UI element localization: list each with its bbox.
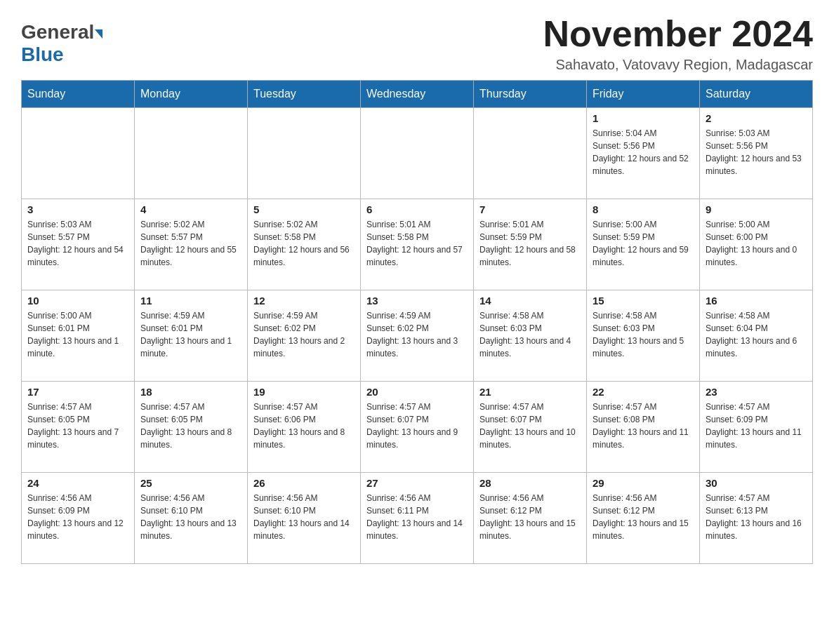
calendar-cell: 11Sunrise: 4:59 AMSunset: 6:01 PMDayligh… — [135, 290, 248, 382]
day-info: Sunrise: 5:01 AMSunset: 5:59 PMDaylight:… — [479, 218, 581, 269]
calendar-table: SundayMondayTuesdayWednesdayThursdayFrid… — [21, 80, 813, 564]
page-header: General Blue November 2024 Sahavato, Vat… — [21, 14, 813, 73]
day-number: 25 — [140, 477, 241, 489]
calendar-header-tuesday: Tuesday — [248, 81, 361, 108]
day-number: 2 — [706, 112, 807, 124]
calendar-cell: 19Sunrise: 4:57 AMSunset: 6:06 PMDayligh… — [248, 382, 361, 473]
day-number: 17 — [27, 386, 128, 398]
day-info: Sunrise: 5:02 AMSunset: 5:58 PMDaylight:… — [253, 218, 355, 269]
calendar-cell: 25Sunrise: 4:56 AMSunset: 6:10 PMDayligh… — [135, 473, 248, 564]
day-info: Sunrise: 4:57 AMSunset: 6:07 PMDaylight:… — [479, 401, 581, 451]
calendar-week-row: 10Sunrise: 5:00 AMSunset: 6:01 PMDayligh… — [22, 290, 813, 382]
day-info: Sunrise: 5:00 AMSunset: 5:59 PMDaylight:… — [593, 218, 694, 269]
day-info: Sunrise: 5:01 AMSunset: 5:58 PMDaylight:… — [366, 218, 468, 269]
calendar-cell: 5Sunrise: 5:02 AMSunset: 5:58 PMDaylight… — [248, 199, 361, 290]
calendar-cell: 30Sunrise: 4:57 AMSunset: 6:13 PMDayligh… — [700, 473, 813, 564]
day-info: Sunrise: 4:57 AMSunset: 6:07 PMDaylight:… — [366, 401, 468, 451]
day-info: Sunrise: 4:57 AMSunset: 6:09 PMDaylight:… — [706, 401, 807, 451]
day-number: 14 — [479, 295, 581, 307]
calendar-cell: 24Sunrise: 4:56 AMSunset: 6:09 PMDayligh… — [22, 473, 135, 564]
day-number: 23 — [706, 386, 807, 398]
calendar-week-row: 24Sunrise: 4:56 AMSunset: 6:09 PMDayligh… — [22, 473, 813, 564]
day-info: Sunrise: 5:00 AMSunset: 6:01 PMDaylight:… — [27, 309, 128, 360]
calendar-cell: 18Sunrise: 4:57 AMSunset: 6:05 PMDayligh… — [135, 382, 248, 473]
calendar-week-row: 1Sunrise: 5:04 AMSunset: 5:56 PMDaylight… — [22, 108, 813, 199]
day-info: Sunrise: 4:56 AMSunset: 6:10 PMDaylight:… — [140, 492, 241, 542]
day-info: Sunrise: 4:56 AMSunset: 6:12 PMDaylight:… — [479, 492, 581, 542]
calendar-week-row: 3Sunrise: 5:03 AMSunset: 5:57 PMDaylight… — [22, 199, 813, 290]
day-info: Sunrise: 4:56 AMSunset: 6:11 PMDaylight:… — [366, 492, 468, 542]
calendar-week-row: 17Sunrise: 4:57 AMSunset: 6:05 PMDayligh… — [22, 382, 813, 473]
logo-blue-text: Blue — [21, 43, 64, 65]
calendar-header-thursday: Thursday — [474, 81, 587, 108]
calendar-cell — [248, 108, 361, 199]
calendar-cell: 17Sunrise: 4:57 AMSunset: 6:05 PMDayligh… — [22, 382, 135, 473]
calendar-cell: 14Sunrise: 4:58 AMSunset: 6:03 PMDayligh… — [474, 290, 587, 382]
day-number: 30 — [706, 477, 807, 489]
day-number: 21 — [479, 386, 581, 398]
calendar-header-row: SundayMondayTuesdayWednesdayThursdayFrid… — [22, 81, 813, 108]
day-number: 5 — [253, 203, 355, 215]
day-number: 19 — [253, 386, 355, 398]
day-number: 1 — [593, 112, 694, 124]
day-number: 16 — [706, 295, 807, 307]
day-info: Sunrise: 4:56 AMSunset: 6:10 PMDaylight:… — [253, 492, 355, 542]
calendar-cell: 28Sunrise: 4:56 AMSunset: 6:12 PMDayligh… — [474, 473, 587, 564]
day-info: Sunrise: 5:02 AMSunset: 5:57 PMDaylight:… — [140, 218, 241, 269]
calendar-cell: 9Sunrise: 5:00 AMSunset: 6:00 PMDaylight… — [700, 199, 813, 290]
calendar-cell: 22Sunrise: 4:57 AMSunset: 6:08 PMDayligh… — [587, 382, 700, 473]
day-number: 26 — [253, 477, 355, 489]
calendar-cell: 3Sunrise: 5:03 AMSunset: 5:57 PMDaylight… — [22, 199, 135, 290]
calendar-cell: 26Sunrise: 4:56 AMSunset: 6:10 PMDayligh… — [248, 473, 361, 564]
day-info: Sunrise: 4:57 AMSunset: 6:13 PMDaylight:… — [706, 492, 807, 542]
calendar-cell: 4Sunrise: 5:02 AMSunset: 5:57 PMDaylight… — [135, 199, 248, 290]
calendar-header-wednesday: Wednesday — [361, 81, 474, 108]
day-number: 10 — [27, 295, 128, 307]
calendar-cell: 2Sunrise: 5:03 AMSunset: 5:56 PMDaylight… — [700, 108, 813, 199]
calendar-cell: 7Sunrise: 5:01 AMSunset: 5:59 PMDaylight… — [474, 199, 587, 290]
calendar-cell: 15Sunrise: 4:58 AMSunset: 6:03 PMDayligh… — [587, 290, 700, 382]
calendar-cell: 29Sunrise: 4:56 AMSunset: 6:12 PMDayligh… — [587, 473, 700, 564]
day-info: Sunrise: 4:57 AMSunset: 6:05 PMDaylight:… — [27, 401, 128, 451]
day-number: 8 — [593, 203, 694, 215]
day-info: Sunrise: 4:56 AMSunset: 6:12 PMDaylight:… — [593, 492, 694, 542]
day-number: 13 — [366, 295, 468, 307]
day-info: Sunrise: 5:03 AMSunset: 5:57 PMDaylight:… — [27, 218, 128, 269]
day-info: Sunrise: 4:56 AMSunset: 6:09 PMDaylight:… — [27, 492, 128, 542]
day-number: 9 — [706, 203, 807, 215]
day-info: Sunrise: 4:58 AMSunset: 6:04 PMDaylight:… — [706, 309, 807, 360]
calendar-header-saturday: Saturday — [700, 81, 813, 108]
day-number: 11 — [140, 295, 241, 307]
day-number: 24 — [27, 477, 128, 489]
logo-arrow-icon — [95, 29, 102, 39]
day-info: Sunrise: 4:58 AMSunset: 6:03 PMDaylight:… — [479, 309, 581, 360]
day-number: 4 — [140, 203, 241, 215]
day-info: Sunrise: 4:59 AMSunset: 6:01 PMDaylight:… — [140, 309, 241, 360]
calendar-cell: 10Sunrise: 5:00 AMSunset: 6:01 PMDayligh… — [22, 290, 135, 382]
page-title: November 2024 — [543, 14, 813, 54]
calendar-header-monday: Monday — [135, 81, 248, 108]
day-info: Sunrise: 4:57 AMSunset: 6:08 PMDaylight:… — [593, 401, 694, 451]
calendar-cell: 20Sunrise: 4:57 AMSunset: 6:07 PMDayligh… — [361, 382, 474, 473]
day-number: 27 — [366, 477, 468, 489]
calendar-cell — [135, 108, 248, 199]
day-number: 29 — [593, 477, 694, 489]
day-info: Sunrise: 4:57 AMSunset: 6:05 PMDaylight:… — [140, 401, 241, 451]
title-block: November 2024 Sahavato, Vatovavy Region,… — [543, 14, 813, 73]
day-number: 20 — [366, 386, 468, 398]
calendar-cell: 1Sunrise: 5:04 AMSunset: 5:56 PMDaylight… — [587, 108, 700, 199]
calendar-cell: 6Sunrise: 5:01 AMSunset: 5:58 PMDaylight… — [361, 199, 474, 290]
day-info: Sunrise: 5:03 AMSunset: 5:56 PMDaylight:… — [706, 127, 807, 177]
calendar-cell: 8Sunrise: 5:00 AMSunset: 5:59 PMDaylight… — [587, 199, 700, 290]
calendar-cell: 12Sunrise: 4:59 AMSunset: 6:02 PMDayligh… — [248, 290, 361, 382]
calendar-cell: 23Sunrise: 4:57 AMSunset: 6:09 PMDayligh… — [700, 382, 813, 473]
day-number: 12 — [253, 295, 355, 307]
day-info: Sunrise: 5:00 AMSunset: 6:00 PMDaylight:… — [706, 218, 807, 269]
day-info: Sunrise: 4:57 AMSunset: 6:06 PMDaylight:… — [253, 401, 355, 451]
logo-general-text: General — [21, 21, 94, 43]
calendar-header-sunday: Sunday — [22, 81, 135, 108]
calendar-cell — [474, 108, 587, 199]
calendar-cell: 21Sunrise: 4:57 AMSunset: 6:07 PMDayligh… — [474, 382, 587, 473]
page-subtitle: Sahavato, Vatovavy Region, Madagascar — [543, 57, 813, 73]
day-number: 15 — [593, 295, 694, 307]
